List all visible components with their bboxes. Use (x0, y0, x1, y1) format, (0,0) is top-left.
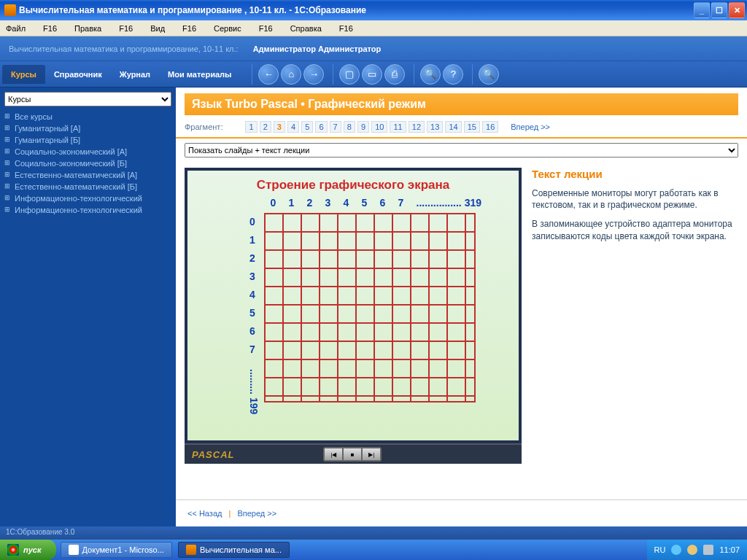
taskbar-item-app[interactable]: Вычислительная ма... (178, 542, 290, 558)
breadcrumb: Вычислительная математика и программиров… (9, 44, 239, 53)
lecture-paragraph: Современные мониторы могут работать как … (532, 187, 738, 211)
y-axis-end: ......... 199 (248, 369, 260, 414)
menu-f16[interactable]: F16 (339, 24, 353, 33)
nav-forward-link[interactable]: Вперед >> (237, 509, 276, 518)
x-axis-end: ................ 319 (417, 197, 481, 209)
slide-stop-button[interactable]: ■ (343, 448, 362, 461)
tool-zoom-icon[interactable]: 🔍 (479, 64, 499, 85)
tool-print-icon[interactable]: ⎙ (384, 64, 405, 85)
nav-forward-button[interactable]: → (303, 64, 324, 85)
bottom-nav: << Назад | Вперед >> (176, 499, 747, 526)
slide-prev-button[interactable]: |◀ (324, 448, 343, 461)
nav-strip: Курсы Справочник Журнал Мои материалы ← … (0, 61, 747, 88)
fragment-link[interactable]: 14 (445, 121, 461, 133)
tool-search-icon[interactable]: 🔍 (420, 64, 441, 85)
fragment-forward-link[interactable]: Вперед >> (511, 122, 550, 131)
course-tree: Все курсыГуманитарный [А]Гуманитарный [Б… (0, 108, 176, 526)
slide-caption: PASCAL (192, 449, 234, 460)
user-name: Администратор Администратор (253, 44, 382, 53)
fragment-link[interactable]: 1 (245, 121, 257, 133)
tab-reference[interactable]: Справочник (45, 65, 111, 84)
breadcrumb-bar: Вычислительная математика и программиров… (0, 36, 747, 61)
slide-title: Строение графического экрана (187, 171, 519, 197)
tree-item[interactable]: Социально-экономический [А] (4, 146, 171, 158)
lecture-title: Текст лекции (532, 168, 738, 180)
fragment-link[interactable]: 8 (344, 121, 355, 133)
fragment-link[interactable]: 13 (427, 121, 443, 133)
tree-item[interactable]: Гуманитарный [А] (4, 122, 171, 134)
fragment-link[interactable]: 2 (260, 121, 271, 133)
fragment-label: Фрагмент: (185, 122, 222, 131)
tab-journal[interactable]: Журнал (111, 65, 159, 84)
minimize-button[interactable]: _ (694, 2, 710, 18)
window-title: Вычислительная математика и программиров… (19, 5, 694, 15)
fragment-link[interactable]: 10 (371, 121, 387, 133)
nav-back-link[interactable]: << Назад (187, 509, 222, 518)
tree-item[interactable]: Социально-экономический [Б] (4, 158, 171, 169)
tray-icon[interactable] (671, 545, 681, 555)
menu-f16[interactable]: F16 (259, 24, 273, 33)
menu-service[interactable]: Сервис (214, 24, 241, 33)
tool-presentation-icon[interactable]: ▭ (362, 64, 382, 85)
close-button[interactable]: ✕ (729, 2, 745, 18)
nav-back-button[interactable]: ← (258, 64, 279, 85)
menu-f16[interactable]: F16 (119, 24, 133, 33)
fragment-link[interactable]: 6 (315, 121, 327, 133)
fragment-link[interactable]: 16 (482, 121, 498, 133)
slide-next-button[interactable]: ▶| (362, 448, 381, 461)
fragment-link[interactable]: 4 (287, 121, 299, 133)
fragment-link[interactable]: 12 (409, 121, 425, 133)
main-content: Язык Turbo Pascal • Графический режим Фр… (176, 88, 747, 526)
taskbar: пуск Документ1 - Microso... Вычислительн… (0, 540, 747, 560)
tree-item[interactable]: Естественно-математический [Б] (4, 181, 171, 192)
menu-file[interactable]: Файл (6, 24, 26, 33)
pixel-grid (264, 213, 476, 402)
fragment-link[interactable]: 15 (464, 121, 480, 133)
page-title: Язык Turbo Pascal • Графический режим (185, 93, 738, 115)
tree-item[interactable]: Все курсы (4, 111, 171, 122)
tab-materials[interactable]: Мои материалы (159, 65, 240, 84)
show-mode-select[interactable]: Показать слайды + текст лекции (185, 143, 738, 158)
slide-controls: PASCAL |◀ ■ ▶| (185, 443, 522, 464)
lecture-panel: Текст лекции Современные мониторы могут … (532, 168, 738, 499)
y-axis-labels: 01234567 (249, 213, 255, 359)
menu-view[interactable]: Вид (150, 24, 165, 33)
app-icon (4, 4, 16, 16)
slide-panel: Строение графического экрана 01234567 ..… (185, 168, 522, 499)
fragment-link[interactable]: 3 (274, 121, 285, 133)
brand-logo (679, 62, 745, 87)
start-button[interactable]: пуск (0, 540, 56, 560)
tree-item[interactable]: Гуманитарный [Б] (4, 134, 171, 146)
tray-icon[interactable] (703, 545, 713, 555)
x-axis-labels: 01234567 (264, 197, 410, 209)
fragment-link[interactable]: 11 (390, 121, 406, 133)
language-indicator[interactable]: RU (654, 545, 666, 554)
tree-item[interactable]: Естественно-математический [А] (4, 169, 171, 181)
tray-icon[interactable] (687, 545, 697, 555)
fragment-link[interactable]: 7 (330, 121, 341, 133)
maximize-button[interactable]: ☐ (711, 2, 727, 18)
tool-help-icon[interactable]: ? (443, 64, 463, 85)
tool-select-icon[interactable]: ▢ (339, 64, 360, 85)
nav-home-button[interactable]: ⌂ (281, 64, 301, 85)
window-titlebar: Вычислительная математика и программиров… (0, 0, 747, 20)
taskbar-item-word[interactable]: Документ1 - Microso... (61, 542, 172, 558)
tab-courses[interactable]: Курсы (2, 65, 45, 84)
menu-bar: Файл F16 Правка F16 Вид F16 Сервис F16 С… (0, 20, 747, 36)
fragment-link[interactable]: 9 (357, 121, 369, 133)
tree-item[interactable]: Информационно-технологический (4, 192, 171, 204)
sidebar: Курсы Все курсыГуманитарный [А]Гуманитар… (0, 88, 176, 526)
status-bar: 1С:Образование 3.0 (0, 526, 747, 540)
sidebar-select[interactable]: Курсы (4, 92, 171, 106)
menu-edit[interactable]: Правка (74, 24, 101, 33)
clock[interactable]: 11:07 (719, 545, 740, 554)
menu-f16[interactable]: F16 (182, 24, 196, 33)
menu-f16[interactable]: F16 (43, 24, 57, 33)
fragment-link[interactable]: 5 (301, 121, 313, 133)
fragment-row: Фрагмент: 1 2 3 4 5 6 7 8 9 10 11 12 13 … (176, 115, 747, 139)
tree-item[interactable]: Информационно-технологический (4, 204, 171, 216)
lecture-paragraph: В запоминающее устройство адаптера монит… (532, 218, 738, 241)
word-icon (69, 545, 79, 555)
app-icon (186, 545, 196, 555)
menu-help[interactable]: Справка (290, 24, 322, 33)
